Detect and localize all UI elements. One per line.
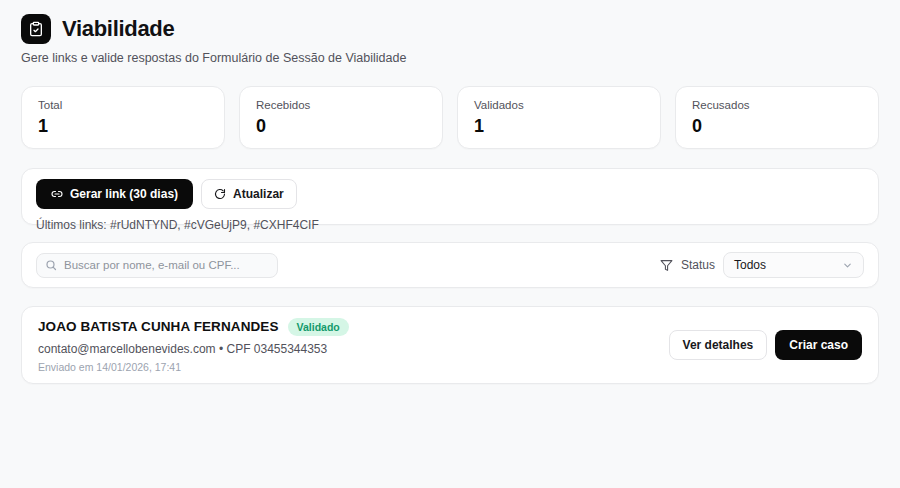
submission-contact: contato@marcellobenevides.com • CPF 0345…	[38, 342, 349, 356]
stat-label: Total	[38, 99, 208, 111]
stat-card-validados: Validados 1	[457, 86, 661, 149]
submission-row: JOAO BATISTA CUNHA FERNANDES Validado co…	[21, 306, 879, 384]
stat-card-recusados: Recusados 0	[675, 86, 879, 149]
chevron-down-icon	[842, 260, 853, 271]
link-icon	[51, 188, 63, 200]
last-links-text: Últimos links: #rUdNTYND, #cVGeUjP9, #CX…	[36, 218, 864, 232]
status-filter-group: Status Todos	[660, 252, 864, 278]
refresh-button[interactable]: Atualizar	[201, 179, 297, 209]
page-title: Viabilidade	[62, 16, 174, 42]
stat-label: Recebidos	[256, 99, 426, 111]
page: Viabilidade Gere links e valide resposta…	[0, 0, 900, 384]
refresh-label: Atualizar	[233, 188, 284, 200]
submission-actions: Ver detalhes Criar caso	[669, 330, 862, 360]
generate-link-button[interactable]: Gerar link (30 dias)	[36, 179, 193, 209]
submission-sent-date: Enviado em 14/01/2026, 17:41	[38, 361, 349, 373]
page-subtitle: Gere links e valide respostas do Formulá…	[21, 51, 879, 65]
filter-funnel-icon	[660, 259, 673, 272]
generate-link-label: Gerar link (30 dias)	[70, 188, 178, 200]
filter-card: Status Todos	[21, 242, 879, 288]
status-label: Status	[681, 258, 715, 272]
page-header: Viabilidade	[21, 14, 879, 44]
status-badge: Validado	[288, 318, 349, 336]
stat-label: Recusados	[692, 99, 862, 111]
clipboard-check-icon	[21, 14, 51, 44]
actions-card: Gerar link (30 dias) Atualizar Últimos l…	[21, 168, 879, 225]
submission-name: JOAO BATISTA CUNHA FERNANDES	[38, 319, 279, 334]
stat-value: 1	[38, 116, 208, 137]
status-select[interactable]: Todos	[723, 252, 864, 278]
refresh-icon	[214, 188, 226, 200]
create-case-button[interactable]: Criar caso	[775, 330, 862, 360]
view-details-button[interactable]: Ver detalhes	[669, 330, 768, 360]
status-selected-value: Todos	[734, 258, 766, 272]
search-input[interactable]	[36, 253, 278, 278]
stat-value: 1	[474, 116, 644, 137]
search-wrap	[36, 253, 278, 278]
stat-label: Validados	[474, 99, 644, 111]
stat-value: 0	[256, 116, 426, 137]
stat-card-recebidos: Recebidos 0	[239, 86, 443, 149]
stat-value: 0	[692, 116, 862, 137]
stats-grid: Total 1 Recebidos 0 Validados 1 Recusado…	[21, 86, 879, 149]
stat-card-total: Total 1	[21, 86, 225, 149]
submission-info: JOAO BATISTA CUNHA FERNANDES Validado co…	[38, 318, 349, 373]
